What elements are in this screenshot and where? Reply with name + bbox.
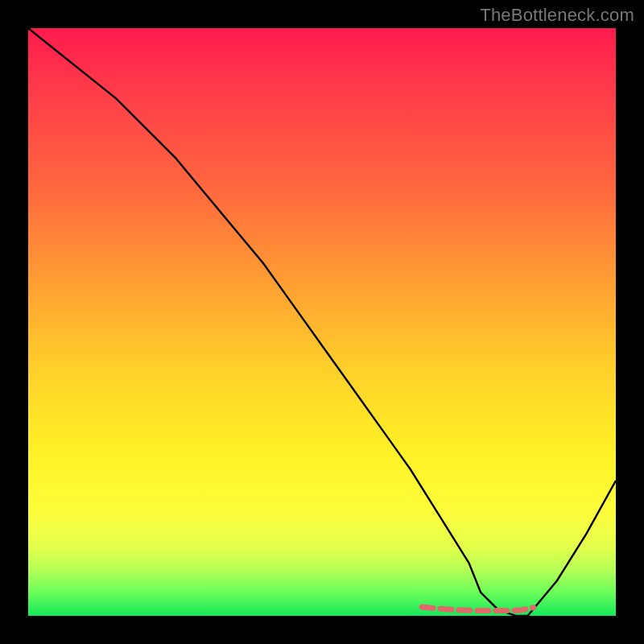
curve-svg [28, 28, 616, 616]
watermark-text: TheBottleneck.com [480, 5, 634, 26]
red-bottom-segment [422, 607, 534, 610]
plot-area [28, 28, 616, 616]
chart-frame: TheBottleneck.com [0, 0, 644, 644]
black-curve [28, 28, 616, 616]
